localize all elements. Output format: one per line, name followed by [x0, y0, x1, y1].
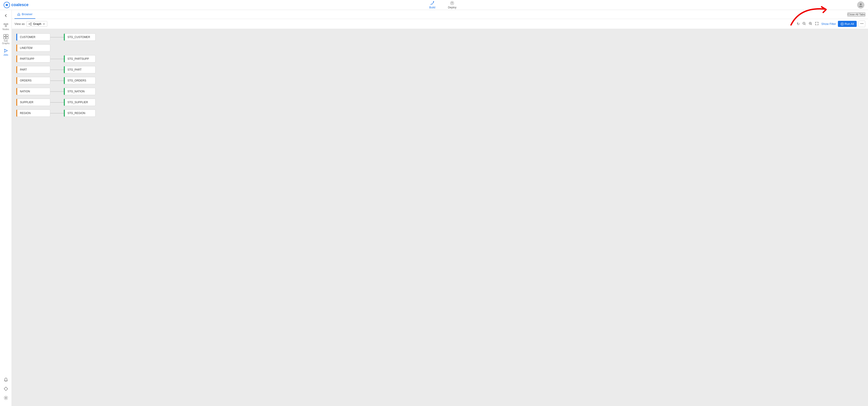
svg-point-14 — [29, 24, 30, 25]
svg-rect-9 — [4, 34, 6, 36]
toolbar: View as Graph ↻ — [12, 19, 868, 29]
source-label: LINEITEM — [20, 46, 32, 50]
graph-row: ORDERS STG_ORDERS — [16, 77, 864, 84]
more-options-button[interactable] — [859, 21, 865, 27]
sidebar-item-notifications[interactable] — [1, 376, 11, 383]
subgraphs-icon — [3, 34, 8, 39]
zoom-refresh-button[interactable]: ↻ — [796, 21, 801, 27]
graph-view-icon — [29, 22, 32, 26]
red-arrow-overlay — [786, 29, 832, 30]
zoom-out-button[interactable] — [801, 21, 807, 27]
target-node-stg-customer[interactable]: STG_CUSTOMER — [64, 33, 96, 41]
nodes-icon — [3, 23, 8, 28]
graph-label: Graph — [33, 22, 41, 26]
deploy-label: Deploy — [448, 6, 457, 9]
svg-rect-11 — [4, 37, 6, 39]
sidebar-bottom — [1, 376, 11, 404]
svg-point-27 — [861, 23, 861, 24]
app-title: coalesce — [11, 2, 29, 7]
browser-tab-label: Browser — [22, 12, 33, 16]
close-all-tabs-button[interactable]: Close All Tabs — [847, 12, 865, 17]
nav-center: Build Deploy — [428, 0, 458, 10]
edge-line — [50, 70, 64, 70]
nav-left: coalesce — [4, 2, 29, 8]
svg-rect-12 — [6, 37, 8, 39]
target-node-stg-nation[interactable]: STG_NATION — [64, 88, 96, 95]
sidebar-item-subgraphs[interactable]: Sub Graphs — [1, 33, 11, 46]
target-label: STG_CUSTOMER — [67, 35, 90, 39]
sidebar-item-diamond[interactable] — [1, 385, 11, 393]
main-layout: Nodes Sub Graphs Jobs — [0, 10, 868, 406]
fit-screen-button[interactable] — [814, 21, 819, 27]
target-label: STG_ORDERS — [67, 79, 86, 82]
browser-tab[interactable]: Browser — [14, 10, 35, 19]
source-label: PARTSUPP — [20, 57, 34, 60]
graph-row: REGION STG_REGION — [16, 110, 864, 117]
svg-rect-10 — [6, 34, 8, 36]
user-avatar[interactable] — [857, 1, 864, 9]
chevron-down-icon — [42, 23, 45, 25]
svg-point-15 — [31, 23, 31, 24]
source-node-orders[interactable]: ORDERS — [16, 77, 50, 84]
target-node-stg-partsupp[interactable]: STG_PARTSUPP — [64, 55, 96, 62]
edge-line — [50, 81, 64, 81]
view-as-label: View as — [14, 22, 25, 26]
svg-rect-4 — [4, 24, 5, 25]
target-node-stg-region[interactable]: STG_REGION — [64, 110, 96, 117]
zoom-in-button[interactable] — [808, 21, 813, 27]
svg-rect-1 — [433, 1, 434, 2]
zoom-controls: ↻ — [796, 21, 819, 27]
source-node-partsupp[interactable]: PARTSUPP — [16, 55, 50, 62]
tabs-bar: Browser Close All Tabs — [12, 10, 868, 19]
logo[interactable]: coalesce — [4, 2, 29, 8]
target-node-stg-orders[interactable]: STG_ORDERS — [64, 77, 96, 84]
svg-rect-6 — [5, 26, 6, 27]
logo-icon — [4, 2, 10, 8]
source-label: REGION — [20, 112, 31, 115]
bell-icon — [4, 377, 8, 382]
svg-line-17 — [30, 23, 31, 24]
run-icon — [841, 22, 844, 26]
home-icon — [17, 13, 20, 16]
subgraphs-label: Sub Graphs — [2, 40, 10, 44]
deploy-nav-item[interactable]: Deploy — [446, 0, 458, 10]
sidebar-item-jobs[interactable]: Jobs — [1, 47, 11, 58]
graph-canvas[interactable]: CUSTOMER STG_CUSTOMER LINEITEM PARTSUPP — [12, 29, 868, 406]
source-node-lineitem[interactable]: LINEITEM — [16, 44, 50, 52]
graph-row: PARTSUPP STG_PARTSUPP — [16, 55, 864, 62]
jobs-icon — [3, 48, 8, 53]
target-node-stg-part[interactable]: STG_PART — [64, 66, 96, 73]
source-node-customer[interactable]: CUSTOMER — [16, 33, 50, 41]
graph-row: SUPPLIER STG_SUPPLIER — [16, 99, 864, 106]
edge-line — [50, 113, 64, 114]
view-select[interactable]: Graph — [27, 21, 47, 27]
content-area: Browser Close All Tabs View as Graph — [12, 10, 868, 406]
svg-line-25 — [811, 24, 812, 25]
nodes-label: Nodes — [2, 28, 9, 31]
build-icon — [430, 1, 434, 5]
svg-point-3 — [860, 3, 862, 5]
target-node-stg-supplier[interactable]: STG_SUPPLIER — [64, 99, 96, 106]
sidebar-item-nodes[interactable]: Nodes — [1, 21, 11, 32]
sidebar-item-settings[interactable] — [1, 394, 11, 402]
source-label: ORDERS — [20, 79, 31, 82]
source-label: PART — [20, 68, 27, 71]
svg-point-16 — [31, 25, 31, 25]
more-dots-icon — [860, 22, 864, 25]
svg-rect-5 — [6, 24, 8, 25]
source-node-supplier[interactable]: SUPPLIER — [16, 99, 50, 106]
source-node-nation[interactable]: NATION — [16, 88, 50, 95]
build-label: Build — [429, 6, 435, 9]
top-nav: coalesce Build Deploy — [0, 0, 868, 10]
build-nav-item[interactable]: Build — [428, 0, 437, 10]
back-icon — [4, 13, 8, 18]
source-node-region[interactable]: REGION — [16, 110, 50, 117]
back-button[interactable] — [2, 12, 10, 20]
source-node-part[interactable]: PART — [16, 66, 50, 73]
run-all-button[interactable]: Run All — [838, 21, 857, 27]
settings-icon — [4, 396, 8, 400]
svg-point-28 — [862, 23, 862, 24]
show-filter-button[interactable]: Show Filter — [822, 22, 836, 26]
target-label: STG_PARTSUPP — [67, 57, 89, 60]
toolbar-left: View as Graph — [14, 21, 47, 27]
